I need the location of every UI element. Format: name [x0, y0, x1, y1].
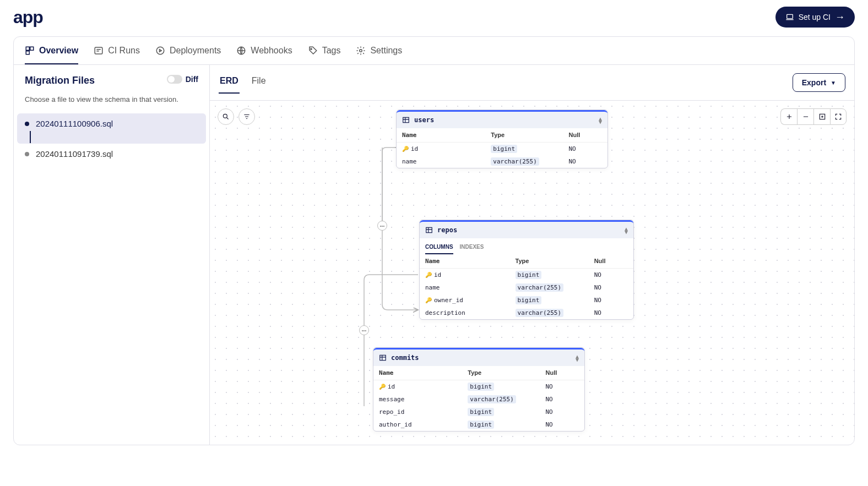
svg-point-7 [311, 48, 312, 50]
collapse-icon[interactable]: ▲▼ [599, 117, 602, 124]
svg-rect-12 [403, 117, 409, 122]
settings-icon [356, 46, 366, 56]
plus-icon [785, 113, 793, 121]
edge-menu-dot[interactable]: ••• [377, 221, 387, 231]
foreign-key-icon: 🔑 [425, 297, 432, 303]
search-button[interactable] [218, 108, 234, 125]
svg-point-9 [223, 114, 227, 118]
svg-point-11 [821, 116, 822, 117]
timeline-line [30, 131, 31, 143]
tab-tags[interactable]: Tags [308, 37, 341, 64]
app-logo[interactable]: app [13, 7, 43, 28]
overview-icon [25, 46, 35, 56]
zoom-in-button[interactable] [780, 108, 797, 125]
sidebar-subtitle: Choose a file to view the schema in that… [14, 95, 209, 103]
primary-key-icon: 🔑 [425, 272, 432, 278]
entity-tab-indexes[interactable]: INDEXES [460, 242, 484, 254]
minus-icon [802, 113, 810, 121]
tab-ci-runs[interactable]: CI Runs [94, 37, 140, 64]
entity-tab-columns[interactable]: COLUMNS [425, 242, 453, 254]
svg-rect-13 [426, 227, 432, 232]
fullscreen-button[interactable] [830, 108, 847, 125]
entity-commits[interactable]: commits ▲▼ NameTypeNull 🔑idbigintNO mess… [373, 347, 585, 432]
primary-key-icon: 🔑 [379, 384, 386, 390]
collapse-icon[interactable]: ▲▼ [625, 227, 628, 234]
file-item-active[interactable]: 20240111100906.sql [17, 113, 206, 144]
setup-ci-button[interactable]: Set up CI → [775, 7, 855, 28]
edge-menu-dot[interactable]: ••• [359, 325, 369, 335]
filter-button[interactable] [238, 108, 255, 125]
column-row[interactable]: 🔑idbigintNO [397, 143, 607, 155]
tab-webhooks[interactable]: Webhooks [236, 37, 292, 64]
tab-overview[interactable]: Overview [25, 37, 78, 64]
column-row[interactable]: author_idbigintNO [373, 418, 584, 431]
caret-down-icon: ▼ [831, 80, 836, 86]
tab-deployments[interactable]: Deployments [155, 37, 221, 64]
svg-point-8 [360, 50, 362, 52]
sidebar-title: Migration Files [25, 75, 95, 86]
ci-runs-icon [94, 46, 104, 56]
view-tab-erd[interactable]: ERD [219, 72, 240, 94]
search-icon [222, 113, 230, 121]
collapse-icon[interactable]: ▲▼ [576, 355, 579, 362]
entity-repos[interactable]: repos ▲▼ COLUMNS INDEXES NameTypeNull 🔑i… [419, 220, 634, 320]
svg-rect-1 [26, 47, 29, 50]
column-row[interactable]: namevarchar(255)NO [420, 281, 633, 294]
commit-dot-icon [25, 122, 29, 126]
column-row[interactable]: repo_idbigintNO [373, 406, 584, 418]
fullscreen-icon [834, 113, 842, 121]
webhooks-icon [236, 46, 246, 56]
arrow-right-icon: → [835, 12, 845, 22]
laptop-icon [785, 13, 794, 21]
svg-rect-14 [380, 355, 386, 360]
svg-rect-2 [30, 47, 34, 50]
toggle-switch[interactable] [167, 75, 182, 84]
table-icon [402, 116, 410, 124]
table-icon [425, 226, 433, 234]
deployments-icon [155, 46, 165, 56]
export-button[interactable]: Export ▼ [793, 73, 845, 92]
column-row[interactable]: 🔑idbigintNO [420, 269, 633, 281]
nav-tabs: Overview CI Runs Deployments Webhooks Ta… [14, 37, 854, 65]
column-row[interactable]: descriptionvarchar(255)NO [420, 307, 633, 319]
svg-rect-10 [820, 114, 824, 119]
svg-rect-3 [26, 51, 29, 54]
zoom-out-button[interactable] [797, 108, 813, 125]
fit-icon [818, 113, 826, 121]
fit-button[interactable] [813, 108, 830, 125]
diff-toggle[interactable]: Diff [167, 75, 198, 84]
column-row[interactable]: 🔑owner_idbigintNO [420, 294, 633, 307]
svg-rect-0 [786, 14, 793, 18]
tab-settings[interactable]: Settings [356, 37, 402, 64]
column-row[interactable]: 🔑idbigintNO [373, 380, 584, 393]
sidebar: Migration Files Diff Choose a file to vi… [14, 65, 210, 445]
file-item[interactable]: 20240111091739.sql [14, 144, 209, 164]
table-icon [379, 354, 387, 362]
entity-users[interactable]: users ▲▼ NameTypeNull 🔑idbigintNO nameva… [396, 110, 608, 168]
svg-point-5 [156, 47, 164, 54]
commit-dot-icon [25, 152, 29, 156]
column-row[interactable]: messagevarchar(255)NO [373, 393, 584, 406]
view-tab-file[interactable]: File [251, 72, 267, 94]
erd-canvas[interactable]: ••• ••• users ▲▼ NameTypeNull 🔑idbigintN… [210, 101, 854, 445]
primary-key-icon: 🔑 [402, 146, 409, 152]
filter-icon [243, 113, 251, 121]
column-row[interactable]: namevarchar(255)NO [397, 155, 607, 168]
tags-icon [308, 46, 318, 56]
